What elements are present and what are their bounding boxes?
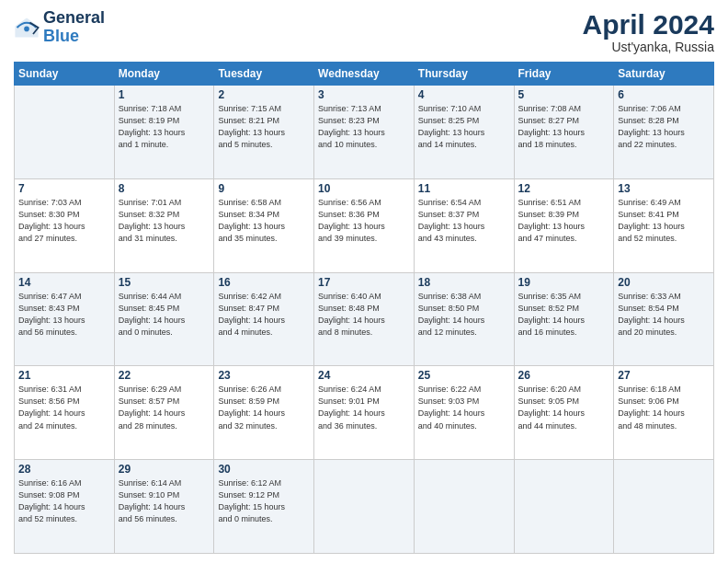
table-row: 17Sunrise: 6:40 AM Sunset: 8:48 PM Dayli… — [314, 272, 415, 366]
day-number: 20 — [618, 276, 710, 289]
day-number: 13 — [618, 182, 710, 195]
day-number: 26 — [518, 369, 610, 382]
calendar-header-row: Sunday Monday Tuesday Wednesday Thursday… — [15, 63, 714, 86]
day-info: Sunrise: 6:42 AM Sunset: 8:47 PM Dayligh… — [218, 291, 310, 339]
header-tuesday: Tuesday — [214, 63, 314, 86]
day-info: Sunrise: 6:49 AM Sunset: 8:41 PM Dayligh… — [618, 197, 710, 245]
header-sunday: Sunday — [15, 63, 115, 86]
title-block: April 2024 Ust'yanka, Russia — [583, 9, 714, 54]
table-row — [15, 86, 115, 179]
table-row: 14Sunrise: 6:47 AM Sunset: 8:43 PM Dayli… — [15, 272, 115, 366]
calendar-week-row: 7Sunrise: 7:03 AM Sunset: 8:30 PM Daylig… — [15, 178, 714, 272]
table-row: 12Sunrise: 6:51 AM Sunset: 8:39 PM Dayli… — [514, 178, 614, 272]
day-number: 24 — [318, 369, 410, 382]
header-thursday: Thursday — [414, 63, 514, 86]
day-info: Sunrise: 7:13 AM Sunset: 8:23 PM Dayligh… — [318, 103, 410, 151]
table-row: 25Sunrise: 6:22 AM Sunset: 9:03 PM Dayli… — [414, 366, 514, 460]
day-info: Sunrise: 7:15 AM Sunset: 8:21 PM Dayligh… — [218, 103, 310, 151]
day-info: Sunrise: 6:20 AM Sunset: 9:05 PM Dayligh… — [518, 384, 610, 431]
day-number: 16 — [218, 276, 310, 289]
calendar-table: Sunday Monday Tuesday Wednesday Thursday… — [14, 62, 714, 554]
table-row: 13Sunrise: 6:49 AM Sunset: 8:41 PM Dayli… — [614, 178, 714, 272]
table-row: 8Sunrise: 7:01 AM Sunset: 8:32 PM Daylig… — [114, 178, 214, 272]
calendar-week-row: 14Sunrise: 6:47 AM Sunset: 8:43 PM Dayli… — [15, 272, 714, 366]
table-row: 5Sunrise: 7:08 AM Sunset: 8:27 PM Daylig… — [514, 86, 614, 179]
page: GeneralBlue April 2024 Ust'yanka, Russia… — [0, 0, 728, 563]
table-row: 22Sunrise: 6:29 AM Sunset: 8:57 PM Dayli… — [114, 366, 214, 460]
day-number: 25 — [418, 369, 510, 382]
day-number: 7 — [18, 182, 110, 195]
calendar-subtitle: Ust'yanka, Russia — [583, 40, 714, 54]
table-row: 26Sunrise: 6:20 AM Sunset: 9:05 PM Dayli… — [514, 366, 614, 460]
table-row — [414, 460, 514, 554]
day-info: Sunrise: 7:03 AM Sunset: 8:30 PM Dayligh… — [18, 197, 110, 245]
day-info: Sunrise: 7:01 AM Sunset: 8:32 PM Dayligh… — [119, 197, 210, 245]
table-row: 10Sunrise: 6:56 AM Sunset: 8:36 PM Dayli… — [314, 178, 415, 272]
day-number: 4 — [418, 88, 510, 101]
day-info: Sunrise: 7:10 AM Sunset: 8:25 PM Dayligh… — [418, 103, 510, 151]
table-row: 18Sunrise: 6:38 AM Sunset: 8:50 PM Dayli… — [414, 272, 514, 366]
table-row: 1Sunrise: 7:18 AM Sunset: 8:19 PM Daylig… — [114, 86, 214, 179]
table-row: 11Sunrise: 6:54 AM Sunset: 8:37 PM Dayli… — [414, 178, 514, 272]
day-number: 17 — [318, 276, 410, 289]
day-number: 8 — [119, 182, 210, 195]
table-row: 16Sunrise: 6:42 AM Sunset: 8:47 PM Dayli… — [214, 272, 314, 366]
table-row: 20Sunrise: 6:33 AM Sunset: 8:54 PM Dayli… — [614, 272, 714, 366]
table-row: 9Sunrise: 6:58 AM Sunset: 8:34 PM Daylig… — [214, 178, 314, 272]
day-number: 28 — [18, 463, 110, 476]
table-row: 30Sunrise: 6:12 AM Sunset: 9:12 PM Dayli… — [214, 460, 314, 554]
logo-icon — [14, 15, 40, 40]
day-number: 30 — [218, 463, 310, 476]
day-info: Sunrise: 7:08 AM Sunset: 8:27 PM Dayligh… — [518, 103, 610, 151]
day-info: Sunrise: 6:33 AM Sunset: 8:54 PM Dayligh… — [618, 291, 710, 339]
table-row — [614, 460, 714, 554]
day-number: 19 — [518, 276, 610, 289]
table-row: 27Sunrise: 6:18 AM Sunset: 9:06 PM Dayli… — [614, 366, 714, 460]
day-number: 27 — [618, 369, 710, 382]
day-info: Sunrise: 6:47 AM Sunset: 8:43 PM Dayligh… — [18, 291, 110, 339]
day-number: 15 — [119, 276, 210, 289]
day-info: Sunrise: 6:31 AM Sunset: 8:56 PM Dayligh… — [18, 384, 110, 431]
day-info: Sunrise: 6:12 AM Sunset: 9:12 PM Dayligh… — [218, 477, 310, 525]
day-info: Sunrise: 7:18 AM Sunset: 8:19 PM Dayligh… — [119, 103, 210, 151]
day-number: 1 — [119, 88, 210, 101]
table-row: 3Sunrise: 7:13 AM Sunset: 8:23 PM Daylig… — [314, 86, 415, 179]
day-number: 12 — [518, 182, 610, 195]
header-saturday: Saturday — [614, 63, 714, 86]
table-row: 24Sunrise: 6:24 AM Sunset: 9:01 PM Dayli… — [314, 366, 415, 460]
day-info: Sunrise: 6:22 AM Sunset: 9:03 PM Dayligh… — [418, 384, 510, 431]
header: GeneralBlue April 2024 Ust'yanka, Russia — [14, 9, 714, 54]
table-row: 29Sunrise: 6:14 AM Sunset: 9:10 PM Dayli… — [114, 460, 214, 554]
day-info: Sunrise: 6:44 AM Sunset: 8:45 PM Dayligh… — [119, 291, 210, 339]
table-row: 28Sunrise: 6:16 AM Sunset: 9:08 PM Dayli… — [15, 460, 115, 554]
calendar-title: April 2024 — [583, 9, 714, 40]
header-monday: Monday — [114, 63, 214, 86]
day-number: 23 — [218, 369, 310, 382]
day-info: Sunrise: 6:16 AM Sunset: 9:08 PM Dayligh… — [18, 477, 110, 525]
day-info: Sunrise: 6:29 AM Sunset: 8:57 PM Dayligh… — [119, 384, 210, 431]
day-info: Sunrise: 6:51 AM Sunset: 8:39 PM Dayligh… — [518, 197, 610, 245]
day-info: Sunrise: 6:56 AM Sunset: 8:36 PM Dayligh… — [318, 197, 410, 245]
header-wednesday: Wednesday — [314, 63, 415, 86]
logo-text: GeneralBlue — [43, 9, 105, 46]
day-number: 2 — [218, 88, 310, 101]
day-info: Sunrise: 6:54 AM Sunset: 8:37 PM Dayligh… — [418, 197, 510, 245]
table-row: 6Sunrise: 7:06 AM Sunset: 8:28 PM Daylig… — [614, 86, 714, 179]
day-info: Sunrise: 6:24 AM Sunset: 9:01 PM Dayligh… — [318, 384, 410, 431]
day-number: 21 — [18, 369, 110, 382]
table-row: 7Sunrise: 7:03 AM Sunset: 8:30 PM Daylig… — [15, 178, 115, 272]
header-friday: Friday — [514, 63, 614, 86]
calendar-week-row: 21Sunrise: 6:31 AM Sunset: 8:56 PM Dayli… — [15, 366, 714, 460]
day-number: 29 — [119, 463, 210, 476]
table-row — [514, 460, 614, 554]
day-info: Sunrise: 6:26 AM Sunset: 8:59 PM Dayligh… — [218, 384, 310, 431]
day-number: 18 — [418, 276, 510, 289]
table-row: 15Sunrise: 6:44 AM Sunset: 8:45 PM Dayli… — [114, 272, 214, 366]
table-row: 2Sunrise: 7:15 AM Sunset: 8:21 PM Daylig… — [214, 86, 314, 179]
day-info: Sunrise: 6:58 AM Sunset: 8:34 PM Dayligh… — [218, 197, 310, 245]
day-number: 3 — [318, 88, 410, 101]
calendar-week-row: 1Sunrise: 7:18 AM Sunset: 8:19 PM Daylig… — [15, 86, 714, 179]
day-info: Sunrise: 6:14 AM Sunset: 9:10 PM Dayligh… — [119, 477, 210, 525]
day-number: 11 — [418, 182, 510, 195]
day-number: 6 — [618, 88, 710, 101]
